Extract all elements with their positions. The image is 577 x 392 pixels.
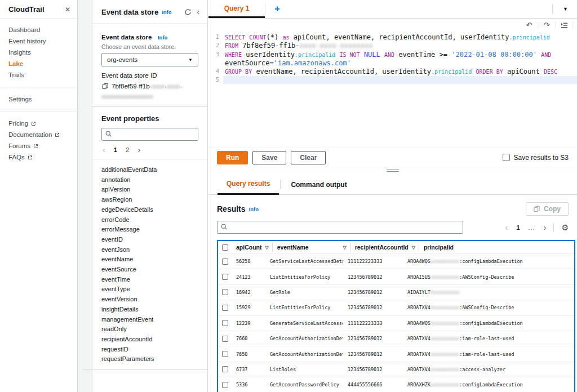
event-property-item[interactable]: eventSource bbox=[92, 265, 207, 275]
event-property-item[interactable]: eventID bbox=[92, 235, 207, 245]
pagination-page-1[interactable]: 1 bbox=[516, 224, 520, 231]
principal-prefix: AIDAIYLT bbox=[407, 289, 430, 295]
event-property-item[interactable]: insightDetails bbox=[92, 305, 207, 315]
code-line: eventSource='iam.amazonaws.com' bbox=[208, 59, 577, 67]
sidebar-item-forums[interactable]: Forums bbox=[0, 140, 77, 152]
event-property-item[interactable]: additionalEventData bbox=[92, 165, 207, 175]
event-property-item[interactable]: eventType bbox=[92, 284, 207, 295]
results-search-input[interactable] bbox=[217, 221, 463, 234]
row-checkbox[interactable] bbox=[222, 382, 228, 388]
principal-suffix: :access-analyzer bbox=[459, 367, 505, 372]
event-property-item[interactable]: apiVersion bbox=[92, 185, 207, 195]
sidebar-item-pricing[interactable]: Pricing bbox=[0, 118, 77, 129]
query-actions: Run Save Clear Save results to S3 bbox=[208, 148, 577, 167]
pagination-next-icon[interactable]: › bbox=[137, 146, 140, 154]
event-property-item[interactable]: eventJson bbox=[92, 245, 207, 255]
sort-icon[interactable]: ▽ bbox=[409, 245, 415, 250]
row-checkbox[interactable] bbox=[222, 320, 228, 326]
sidebar-item-documentation[interactable]: Documentation bbox=[0, 129, 77, 140]
redo-icon[interactable]: ↷ bbox=[540, 21, 553, 29]
event-property-item[interactable]: errorCode bbox=[92, 215, 207, 225]
save-results-s3-checkbox[interactable] bbox=[503, 154, 510, 161]
sidebar-item-lake[interactable]: Lake bbox=[0, 58, 77, 69]
cell-eventname: GetRole bbox=[265, 289, 343, 295]
row-select-cell bbox=[218, 366, 232, 372]
event-data-store-select[interactable]: org-events ▼ bbox=[101, 53, 198, 66]
principal-suffix: :iam-role-last-used bbox=[459, 336, 514, 341]
add-query-tab-button[interactable]: + bbox=[265, 0, 289, 18]
column-header-eventname: eventName▽ bbox=[273, 243, 350, 252]
event-property-item[interactable]: managementEvent bbox=[92, 315, 207, 325]
undo-icon[interactable]: ↶ bbox=[522, 21, 536, 29]
tab-command-output[interactable]: Command output bbox=[282, 181, 356, 194]
store-field-info-link[interactable]: Info bbox=[158, 34, 167, 41]
tab-overflow-caret-icon[interactable]: ▼ bbox=[560, 4, 571, 14]
pagination-page-1[interactable]: 1 bbox=[114, 146, 117, 153]
row-checkbox[interactable] bbox=[222, 366, 228, 372]
pagination-prev-icon[interactable]: ‹ bbox=[103, 146, 105, 154]
clear-button[interactable]: Clear bbox=[291, 151, 326, 164]
sql-editor[interactable]: 1SELECT COUNT(*) as apiCount, eventName,… bbox=[208, 32, 577, 148]
sidebar-item-dashboard[interactable]: Dashboard bbox=[0, 24, 77, 35]
event-property-item[interactable]: eventTime bbox=[92, 275, 207, 285]
collapse-panel-icon[interactable]: ‹ bbox=[197, 7, 199, 16]
column-header-recipientaccountid: recipientAccountId▽ bbox=[350, 243, 419, 252]
tab-query-1[interactable]: Query 1 bbox=[208, 0, 265, 18]
event-property-item[interactable]: recipientAccountId bbox=[92, 335, 207, 345]
refresh-icon[interactable] bbox=[182, 8, 193, 16]
properties-search-input[interactable] bbox=[101, 128, 198, 141]
data-store-form: Event data store Info Choose an event da… bbox=[92, 24, 207, 106]
select-all-checkbox[interactable] bbox=[222, 244, 228, 251]
cell-apicount: 15929 bbox=[232, 305, 265, 310]
row-checkbox[interactable] bbox=[222, 336, 228, 342]
close-icon[interactable]: ✕ bbox=[65, 6, 70, 14]
row-checkbox[interactable] bbox=[222, 351, 228, 357]
save-button[interactable]: Save bbox=[252, 151, 286, 164]
event-property-item[interactable]: readOnly bbox=[92, 324, 207, 335]
panel-info-link[interactable]: Info bbox=[162, 9, 171, 15]
copy-results-button[interactable]: Copy bbox=[526, 202, 569, 216]
tab-query-results[interactable]: Query results bbox=[218, 180, 279, 195]
sidebar-item-event-history[interactable]: Event history bbox=[0, 35, 77, 47]
copy-icon[interactable] bbox=[101, 83, 108, 90]
run-button[interactable]: Run bbox=[217, 151, 248, 164]
sidebar-item-insights[interactable]: Insights bbox=[0, 47, 77, 58]
sidebar-divider bbox=[0, 111, 77, 112]
cell-principalid: AIDAIYLTxxxxxxxxxx bbox=[403, 289, 574, 295]
sidebar-item-trails[interactable]: Trails bbox=[0, 69, 77, 81]
gear-icon[interactable]: ⚙ bbox=[561, 223, 569, 232]
event-property-item[interactable]: eventName bbox=[92, 255, 207, 265]
format-sql-icon[interactable] bbox=[557, 22, 571, 29]
row-checkbox[interactable] bbox=[222, 274, 228, 280]
event-property-item[interactable]: edgeDeviceDetails bbox=[92, 205, 207, 215]
code-line: 4GROUP BY eventName, recipientAccountId,… bbox=[208, 68, 577, 76]
event-property-item[interactable]: errorMessage bbox=[92, 225, 207, 235]
event-property-item[interactable]: requestID bbox=[92, 345, 207, 355]
principal-suffix: :iam-role-last-used bbox=[459, 351, 514, 357]
event-property-item[interactable]: annotation bbox=[92, 175, 207, 185]
principal-redacted: xxxxxxxxxx bbox=[430, 367, 459, 372]
event-property-item[interactable]: awsRegion bbox=[92, 195, 207, 205]
pagination-prev-icon[interactable]: ‹ bbox=[505, 224, 508, 231]
drag-handle[interactable] bbox=[387, 168, 399, 173]
event-property-item[interactable]: requestParameters bbox=[92, 354, 207, 364]
cell-principalid: AROAXHZKxxxxxxxxxx:configLambdaExecution bbox=[403, 382, 574, 387]
row-select-cell bbox=[218, 305, 232, 311]
row-checkbox[interactable] bbox=[222, 289, 228, 295]
cell-recipientaccountid: 123456789012 bbox=[343, 305, 403, 310]
sort-icon[interactable]: ▽ bbox=[262, 245, 269, 250]
panel-gap bbox=[78, 0, 92, 392]
results-info-link[interactable]: Info bbox=[249, 206, 259, 212]
pagination-next-icon[interactable]: › bbox=[544, 224, 547, 231]
sidebar-nav: DashboardEvent historyInsightsLakeTrails… bbox=[0, 19, 77, 168]
row-checkbox[interactable] bbox=[222, 259, 228, 265]
sidebar-item-faqs[interactable]: FAQs bbox=[0, 152, 77, 163]
cell-principalid: AROAI5USxxxxxxxxxx:AWSConfig-Describe bbox=[403, 274, 574, 280]
sidebar-item-settings[interactable]: Settings bbox=[0, 93, 77, 105]
cell-apicount: 56258 bbox=[232, 259, 265, 264]
row-checkbox[interactable] bbox=[222, 305, 228, 311]
sort-icon[interactable]: ▽ bbox=[340, 245, 347, 250]
cell-eventname: GenerateServiceLastAccessed... bbox=[265, 320, 343, 326]
pagination-page-2[interactable]: 2 bbox=[126, 146, 129, 153]
event-property-item[interactable]: eventVersion bbox=[92, 295, 207, 305]
